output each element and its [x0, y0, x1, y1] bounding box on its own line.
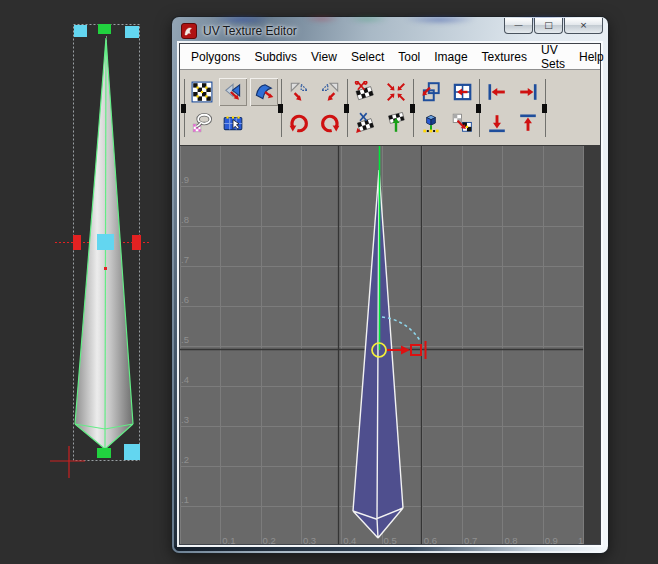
uv-snapshot-checker-button[interactable] [188, 78, 216, 106]
toolbar-separator [545, 79, 546, 137]
handle-bottom-right[interactable] [124, 444, 140, 460]
sew-uv-edges-together-button[interactable] [382, 78, 410, 106]
handle-mid-left[interactable] [73, 235, 81, 250]
svg-text:.6: .6 [181, 294, 189, 305]
handle-mid-right[interactable] [132, 235, 141, 250]
rotate-uvs-cw-icon [318, 111, 342, 135]
move-uvs-to-tile-left-icon [451, 81, 473, 103]
align-uvs-right-icon [516, 80, 540, 104]
toolbar-group-layout [417, 78, 476, 137]
rotate-uvs-cw-45-button[interactable] [316, 78, 344, 106]
maya-desktop: { "window": { "title": "UV Texture Edito… [0, 0, 658, 564]
lasso-select-button[interactable] [188, 109, 216, 137]
flip-v-3d-button[interactable] [250, 78, 278, 106]
svg-text:1: 1 [578, 535, 583, 544]
align-uvs-top-icon [516, 111, 540, 135]
unfold-uvs-button[interactable] [417, 109, 445, 137]
sew-and-move-uvs-button[interactable] [382, 109, 410, 137]
unfold-uvs-icon [420, 112, 442, 134]
toolbar-group-cut-sew [351, 78, 410, 137]
layout-uvs-button[interactable] [448, 109, 476, 137]
align-uvs-bottom-icon [485, 111, 509, 135]
rotate-uvs-ccw-button[interactable] [285, 109, 313, 137]
uv-snapshot-checker-icon [191, 81, 213, 103]
handle-bottom-center[interactable] [97, 448, 111, 458]
svg-text:0.2: 0.2 [263, 535, 276, 544]
cut-uv-edges-button[interactable] [351, 78, 379, 106]
align-uvs-left-icon [485, 80, 509, 104]
menu-view[interactable]: View [304, 46, 344, 68]
sew-and-move-uvs-icon [385, 112, 407, 134]
align-uvs-top-button[interactable] [514, 109, 542, 137]
svg-text:0.6: 0.6 [424, 535, 437, 544]
svg-text:0.9: 0.9 [545, 535, 558, 544]
handle-top-right[interactable] [125, 26, 139, 38]
menu-help[interactable]: Help [572, 46, 611, 68]
menu-tool[interactable]: Tool [391, 46, 427, 68]
axis-crosshair [50, 446, 85, 478]
svg-text:0.1: 0.1 [222, 535, 235, 544]
align-uvs-left-button[interactable] [483, 78, 511, 106]
svg-text:.1: .1 [181, 494, 189, 505]
menu-polygons[interactable]: Polygons [184, 46, 247, 68]
rotate-uvs-cw-45-icon [319, 81, 341, 103]
toolbar-separator [479, 79, 480, 137]
rotate-uvs-cw-button[interactable] [316, 109, 344, 137]
titlebar[interactable]: UV Texture Editor — □ × [179, 18, 601, 43]
window-title: UV Texture Editor [203, 24, 297, 38]
svg-text:0.8: 0.8 [504, 535, 517, 544]
flip-u-button[interactable] [219, 78, 247, 106]
menu-subdivs[interactable]: Subdivs [247, 46, 304, 68]
flip-v-3d-icon [253, 81, 275, 103]
svg-text:0.3: 0.3 [303, 535, 316, 544]
toolbar-group-rotate [285, 78, 344, 137]
pivot-tick [104, 267, 107, 270]
toolbar-separator [413, 79, 414, 137]
close-button[interactable]: × [564, 18, 603, 34]
svg-text:.5: .5 [181, 334, 189, 345]
svg-text:0.5: 0.5 [384, 535, 397, 544]
3d-viewport[interactable] [40, 5, 180, 495]
toolbar-group-align [483, 78, 542, 137]
rotate-uvs-ccw-45-button[interactable] [285, 78, 313, 106]
svg-text:.4: .4 [181, 374, 189, 385]
toolbar-group-display [188, 78, 278, 137]
toolbar [180, 70, 600, 146]
minimize-button[interactable]: — [504, 18, 533, 34]
uv-editor-canvas[interactable]: 0.10.20.30.40.50.60.70.80.91.9.8.7.6.5.4… [180, 146, 600, 544]
copy-uv-shell-button[interactable] [417, 78, 445, 106]
select-shell-button[interactable] [219, 109, 247, 137]
handle-top-center[interactable] [98, 24, 111, 34]
menu-textures[interactable]: Textures [475, 46, 534, 68]
move-uvs-to-tile-left-button[interactable] [448, 78, 476, 106]
svg-text:.2: .2 [181, 454, 189, 465]
uv-grid: 0.10.20.30.40.50.60.70.80.91.9.8.7.6.5.4… [180, 146, 600, 544]
handle-top-left[interactable] [74, 25, 87, 37]
cut-and-move-uvs-button[interactable] [351, 109, 379, 137]
maya-icon [181, 23, 197, 39]
svg-text:.7: .7 [181, 254, 189, 265]
svg-text:.3: .3 [181, 414, 189, 425]
handle-mid-center[interactable] [97, 234, 114, 250]
maximize-button[interactable]: □ [534, 18, 563, 34]
svg-text:.8: .8 [181, 214, 189, 225]
toolbar-separator [347, 79, 348, 137]
align-uvs-right-button[interactable] [514, 78, 542, 106]
svg-text:0.7: 0.7 [464, 535, 477, 544]
menubar: PolygonsSubdivsViewSelectToolImageTextur… [180, 44, 600, 70]
cut-and-move-uvs-icon [354, 112, 376, 134]
select-shell-icon [222, 112, 244, 134]
menu-image[interactable]: Image [427, 46, 474, 68]
flip-u-icon [222, 81, 244, 103]
window-controls: — □ × [504, 18, 603, 34]
window-content: PolygonsSubdivsViewSelectToolImageTextur… [179, 43, 601, 545]
align-uvs-bottom-button[interactable] [483, 109, 511, 137]
sew-uv-edges-together-icon [385, 81, 407, 103]
menu-select[interactable]: Select [344, 46, 391, 68]
toolbar-separator [184, 79, 185, 137]
uv-texture-editor-window: UV Texture Editor — □ × PolygonsSubdivsV… [172, 17, 608, 553]
lasso-select-icon [191, 112, 213, 134]
rotate-uvs-ccw-45-icon [288, 81, 310, 103]
cut-uv-edges-icon [354, 81, 376, 103]
svg-text:.9: .9 [181, 174, 189, 185]
